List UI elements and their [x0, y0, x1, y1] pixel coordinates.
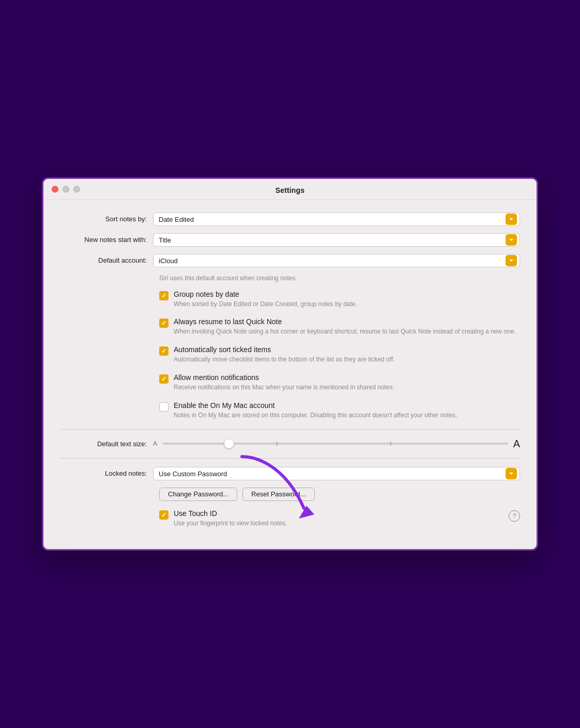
new-notes-label: New notes start with:	[60, 236, 153, 244]
default-account-row: Default account: iCloud On My Mac	[60, 254, 520, 267]
quick-note-checkbox-wrapper[interactable]	[159, 318, 169, 328]
traffic-lights	[52, 186, 80, 192]
touch-id-checkbox-wrapper[interactable]	[159, 510, 169, 520]
default-account-select[interactable]: iCloud On My Mac	[153, 254, 520, 267]
slider-small-a: A	[153, 440, 157, 447]
new-notes-select-wrapper: Title Body Date Created	[153, 233, 520, 247]
group-notes-checkbox[interactable]	[159, 291, 169, 300]
sort-notes-select-wrapper: Date Edited Date Created Title	[153, 213, 520, 226]
default-account-select-wrapper: iCloud On My Mac	[153, 254, 520, 267]
slider-tick-1	[277, 442, 278, 446]
password-buttons: Change Password... Reset Password...	[159, 488, 520, 501]
new-notes-row: New notes start with: Title Body Date Cr…	[60, 233, 520, 247]
touch-id-section: Use Touch ID Use your fingerprint to vie…	[159, 509, 509, 537]
text-size-row: Default text size: A A	[60, 438, 520, 450]
touch-id-text: Use Touch ID Use your fingerprint to vie…	[174, 509, 509, 528]
settings-content: Sort notes by: Date Edited Date Created …	[43, 200, 537, 550]
touch-id-checkbox[interactable]	[159, 510, 169, 520]
mention-notif-checkbox[interactable]	[159, 374, 169, 384]
slider-tick-2	[390, 442, 391, 446]
siri-hint: Siri uses this default account when crea…	[159, 275, 520, 282]
locked-notes-select-wrapper: Use Custom Password Use Touch ID Use Pas…	[153, 467, 520, 480]
auto-sort-checkbox-wrapper[interactable]	[159, 346, 169, 356]
touch-id-desc: Use your fingerprint to view locked note…	[174, 519, 509, 528]
on-my-mac-text: Enable the On My Mac account Notes in On…	[174, 401, 520, 420]
close-button[interactable]	[52, 186, 58, 192]
on-my-mac-desc: Notes in On My Mac are stored on this co…	[174, 411, 520, 420]
auto-sort-item: Automatically sort ticked items Automati…	[159, 345, 520, 364]
on-my-mac-checkbox[interactable]	[159, 402, 169, 412]
bottom-row: Use Touch ID Use your fingerprint to vie…	[159, 509, 520, 537]
group-notes-title: Group notes by date	[174, 290, 520, 298]
on-my-mac-title: Enable the On My Mac account	[174, 401, 520, 410]
locked-notes-select[interactable]: Use Custom Password Use Touch ID Use Pas…	[153, 467, 520, 480]
slider-wrapper: A A	[153, 438, 520, 450]
group-notes-text: Group notes by date When sorted by Date …	[174, 290, 520, 309]
quick-note-item: Always resume to last Quick Note When in…	[159, 317, 520, 336]
sort-notes-row: Sort notes by: Date Edited Date Created …	[60, 213, 520, 226]
auto-sort-checkbox[interactable]	[159, 346, 169, 356]
auto-sort-desc: Automatically move checklist items to th…	[174, 355, 520, 364]
quick-note-text: Always resume to last Quick Note When in…	[174, 317, 520, 336]
on-my-mac-item: Enable the On My Mac account Notes in On…	[159, 401, 520, 420]
default-account-label: Default account:	[60, 256, 153, 264]
mention-notif-desc: Receive notifications on this Mac when y…	[174, 383, 520, 392]
auto-sort-text: Automatically sort ticked items Automati…	[174, 345, 520, 364]
locked-notes-section: Locked notes: Use Custom Password Use To…	[60, 467, 520, 537]
group-notes-checkbox-wrapper[interactable]	[159, 291, 169, 300]
mention-notif-item: Allow mention notifications Receive noti…	[159, 373, 520, 392]
mention-notif-title: Allow mention notifications	[174, 373, 520, 382]
quick-note-desc: When invoking Quick Note using a hot cor…	[174, 327, 520, 336]
quick-note-title: Always resume to last Quick Note	[174, 317, 520, 326]
locked-notes-label: Locked notes:	[60, 469, 153, 477]
new-notes-select[interactable]: Title Body Date Created	[153, 233, 520, 247]
settings-window: Settings Sort notes by: Date Edited Date…	[42, 177, 538, 551]
window-title: Settings	[276, 186, 304, 194]
text-size-label: Default text size:	[60, 440, 153, 448]
text-size-slider-track[interactable]	[162, 443, 508, 445]
titlebar: Settings	[43, 179, 537, 200]
touch-id-title: Use Touch ID	[174, 509, 509, 518]
group-notes-item: Group notes by date When sorted by Date …	[159, 290, 520, 309]
sort-notes-label: Sort notes by:	[60, 215, 153, 223]
divider-1	[60, 429, 520, 430]
change-password-button[interactable]: Change Password...	[159, 488, 237, 501]
on-my-mac-checkbox-wrapper[interactable]	[159, 402, 169, 412]
mention-notif-checkbox-wrapper[interactable]	[159, 374, 169, 384]
maximize-button[interactable]	[73, 186, 80, 192]
sort-notes-select[interactable]: Date Edited Date Created Title	[153, 213, 520, 226]
help-button[interactable]: ?	[509, 510, 520, 522]
reset-password-button[interactable]: Reset Password...	[242, 488, 315, 501]
auto-sort-title: Automatically sort ticked items	[174, 345, 520, 354]
slider-large-a: A	[513, 438, 520, 450]
group-notes-desc: When sorted by Date Edited or Date Creat…	[174, 300, 520, 309]
quick-note-checkbox[interactable]	[159, 318, 169, 328]
locked-notes-row: Locked notes: Use Custom Password Use To…	[60, 467, 520, 480]
divider-2	[60, 458, 520, 459]
touch-id-item: Use Touch ID Use your fingerprint to vie…	[159, 509, 509, 528]
mention-notif-text: Allow mention notifications Receive noti…	[174, 373, 520, 392]
checkboxes-section: Group notes by date When sorted by Date …	[159, 290, 520, 420]
text-size-slider-thumb[interactable]	[224, 439, 234, 448]
minimize-button[interactable]	[63, 186, 69, 192]
